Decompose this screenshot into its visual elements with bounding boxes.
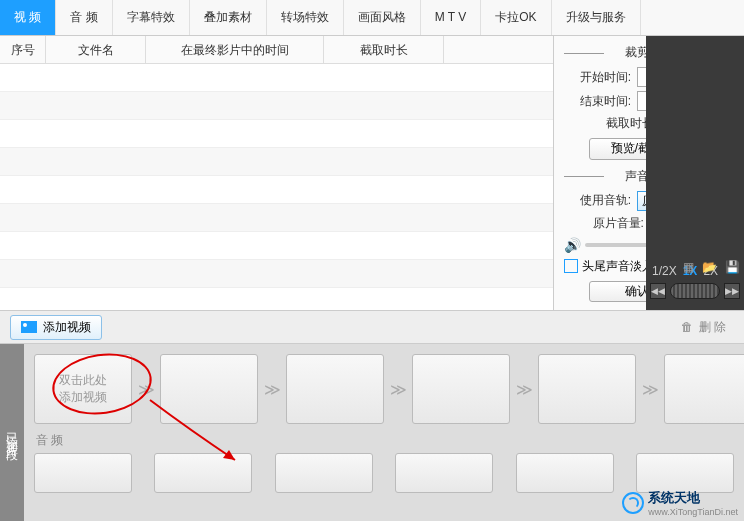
audio-slot[interactable] bbox=[516, 453, 614, 493]
add-video-button[interactable]: 添加视频 bbox=[10, 315, 102, 340]
add-video-label: 添加视频 bbox=[43, 319, 91, 336]
tab-mtv[interactable]: M T V bbox=[421, 0, 482, 35]
table-row[interactable] bbox=[0, 92, 553, 120]
col-dur: 截取时长 bbox=[324, 36, 444, 63]
table-row[interactable] bbox=[0, 232, 553, 260]
audio-slot[interactable] bbox=[154, 453, 252, 493]
delete-label: 删 除 bbox=[699, 319, 726, 336]
tab-subtitle[interactable]: 字幕特效 bbox=[113, 0, 190, 35]
tab-transition[interactable]: 转场特效 bbox=[267, 0, 344, 35]
preview-panel: 1/2X 1X 2X ◀◀ ▶▶ ▦ 📂 💾 bbox=[646, 36, 744, 310]
watermark-logo-icon bbox=[622, 492, 644, 514]
audio-track bbox=[34, 453, 734, 493]
clip-toolbar: 添加视频 🗑 删 除 bbox=[0, 310, 744, 344]
table-row[interactable] bbox=[0, 260, 553, 288]
audio-slot[interactable] bbox=[275, 453, 373, 493]
audio-slot[interactable] bbox=[636, 453, 734, 493]
tab-upgrade[interactable]: 升级与服务 bbox=[552, 0, 641, 35]
zoom-half[interactable]: 1/2X bbox=[652, 264, 677, 278]
audio-slot[interactable] bbox=[395, 453, 493, 493]
tab-style[interactable]: 画面风格 bbox=[344, 0, 421, 35]
table-row[interactable] bbox=[0, 148, 553, 176]
table-body[interactable] bbox=[0, 64, 553, 310]
rewind-button[interactable]: ◀◀ bbox=[650, 283, 666, 299]
clip-slot[interactable] bbox=[160, 354, 258, 424]
table-row[interactable] bbox=[0, 64, 553, 92]
tab-audio[interactable]: 音 频 bbox=[56, 0, 112, 35]
new-icon[interactable]: ▦ bbox=[683, 260, 694, 274]
film-icon bbox=[21, 321, 37, 333]
clip-slot[interactable] bbox=[412, 354, 510, 424]
transition-icon[interactable]: ≫ bbox=[640, 379, 660, 399]
watermark-name: 系统天地 bbox=[648, 490, 700, 505]
table-row[interactable] bbox=[0, 120, 553, 148]
clip-slot[interactable] bbox=[538, 354, 636, 424]
forward-button[interactable]: ▶▶ bbox=[724, 283, 740, 299]
watermark-url: www.XiTongTianDi.net bbox=[648, 507, 738, 517]
volume-label: 原片音量: bbox=[593, 215, 644, 232]
transition-icon[interactable]: ≫ bbox=[388, 379, 408, 399]
video-track: 双击此处 添加视频 ≫ ≫ ≫ ≫ ≫ ≫ bbox=[34, 354, 734, 424]
table-row[interactable] bbox=[0, 204, 553, 232]
tab-video[interactable]: 视 频 bbox=[0, 0, 56, 35]
clip-slot-add[interactable]: 双击此处 添加视频 bbox=[34, 354, 132, 424]
tab-karaoke[interactable]: 卡拉OK bbox=[481, 0, 551, 35]
transition-icon[interactable]: ≫ bbox=[136, 379, 156, 399]
open-folder-icon[interactable]: 📂 bbox=[702, 260, 717, 274]
tab-overlay[interactable]: 叠加素材 bbox=[190, 0, 267, 35]
jog-wheel[interactable] bbox=[670, 283, 720, 299]
audio-slot[interactable] bbox=[34, 453, 132, 493]
speaker-icon[interactable]: 🔊 bbox=[564, 237, 581, 253]
clip-slot[interactable] bbox=[664, 354, 744, 424]
table-row[interactable] bbox=[0, 176, 553, 204]
transition-icon[interactable]: ≫ bbox=[262, 379, 282, 399]
main-tabs: 视 频 音 频 字幕特效 叠加素材 转场特效 画面风格 M T V 卡拉OK 升… bbox=[0, 0, 744, 36]
clip-slot[interactable] bbox=[286, 354, 384, 424]
save-icon[interactable]: 💾 bbox=[725, 260, 740, 274]
watermark: 系统天地 www.XiTongTianDi.net bbox=[622, 489, 738, 517]
transition-icon[interactable]: ≫ bbox=[514, 379, 534, 399]
start-time-label: 开始时间: bbox=[580, 69, 631, 86]
clip-list-panel: 序号 文件名 在最终影片中的时间 截取时长 bbox=[0, 36, 554, 310]
timeline-label: 已添加片段 bbox=[0, 344, 24, 521]
end-time-label: 结束时间: bbox=[580, 93, 631, 110]
fade-checkbox[interactable] bbox=[564, 259, 578, 273]
col-file: 文件名 bbox=[46, 36, 146, 63]
audio-track-label: 使用音轨: bbox=[580, 192, 631, 209]
audio-track-label: 音 频 bbox=[36, 432, 734, 449]
trash-icon: 🗑 bbox=[681, 320, 693, 334]
delete-button[interactable]: 🗑 删 除 bbox=[673, 316, 734, 339]
table-header: 序号 文件名 在最终影片中的时间 截取时长 bbox=[0, 36, 553, 64]
col-time: 在最终影片中的时间 bbox=[146, 36, 324, 63]
